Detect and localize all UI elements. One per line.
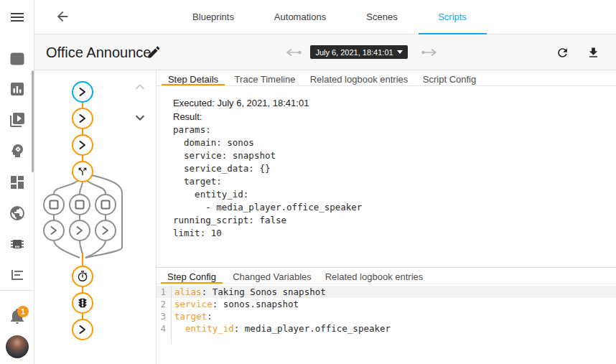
line-number: 3	[157, 310, 169, 322]
result-yaml-block: params: domain: sonos service: snapshot …	[173, 123, 362, 240]
flow-node-wait[interactable]	[73, 293, 93, 313]
edit-pencil-icon[interactable]	[146, 45, 162, 60]
yaml-value: :	[207, 311, 213, 322]
page-title: Office Announce	[46, 34, 151, 70]
tab-scripts[interactable]: Scripts	[438, 11, 467, 22]
yaml-key: target	[174, 311, 207, 322]
yaml-value: : Taking Sonos snapshot	[202, 286, 326, 297]
tab-related-logbook-entries-2[interactable]: Related logbook entries	[325, 271, 424, 282]
previous-node-chevron-up-icon[interactable]	[131, 78, 149, 95]
flow-node-branch-3-stop[interactable]	[95, 195, 116, 215]
tab-changed-variables[interactable]: Changed Variables	[233, 271, 312, 282]
gutter-divider	[171, 286, 172, 343]
back-arrow-icon[interactable]	[55, 9, 70, 24]
flow-node-step-3[interactable]	[73, 135, 93, 155]
flow-node-branch-1-step[interactable]	[44, 220, 64, 241]
yaml-line: target:	[173, 175, 362, 188]
step-config-section: Step Config Changed Variables Related lo…	[157, 267, 616, 284]
sidebar-scrollbar[interactable]	[32, 70, 34, 172]
result-label: Result:	[173, 111, 202, 122]
tab-blueprints[interactable]: Blueprints	[192, 11, 234, 22]
yaml-line: - media_player.office_speaker	[173, 201, 362, 214]
active-tab-indicator	[162, 84, 225, 85]
history-chart-icon[interactable]	[9, 80, 26, 98]
code-line-2: 2 service: sonos.snapshot	[157, 298, 616, 310]
sidebar-divider	[0, 290, 34, 291]
flow-node-delay[interactable]	[73, 266, 93, 286]
refresh-icon[interactable]	[556, 46, 569, 60]
trace-date-select[interactable]: July 6, 2021, 18:41:01	[310, 45, 408, 59]
user-avatar[interactable]	[6, 335, 29, 358]
tab-related-logbook-entries[interactable]: Related logbook entries	[310, 74, 409, 85]
terminal-icon[interactable]	[9, 50, 26, 67]
select-caret-icon	[397, 50, 403, 54]
app-window: 1 Blueprints Automations Scenes Scripts …	[0, 0, 616, 364]
flow-node-step-2[interactable]	[73, 108, 93, 129]
flow-node-trigger-selected[interactable]	[73, 82, 93, 102]
newer-trace-icon[interactable]	[420, 48, 439, 57]
line-number: 4	[157, 322, 169, 335]
active-tab-indicator	[161, 282, 223, 284]
yaml-line: service: snapshot	[173, 149, 362, 162]
script-graph-panel	[35, 70, 156, 364]
tab-automations[interactable]: Automations	[274, 11, 326, 22]
line-number: 1	[157, 286, 169, 298]
details-tab-bar: Step Details Trace Timeline Related logb…	[157, 70, 616, 86]
logbook-icon[interactable]	[9, 266, 26, 284]
dashboard-icon[interactable]	[9, 174, 26, 191]
media-icon[interactable]	[9, 111, 26, 129]
code-line-4: 4 entity_id: media_player.office_speaker	[157, 322, 616, 335]
trace-details-panel: Step Details Trace Timeline Related logb…	[156, 70, 616, 364]
yaml-key: entity_id	[174, 323, 234, 334]
top-app-bar: Blueprints Automations Scenes Scripts	[34, 0, 616, 34]
flow-node-parallel-split[interactable]	[73, 162, 93, 182]
yaml-key: service	[174, 299, 213, 309]
yaml-line: running_script: false	[173, 214, 362, 227]
next-node-chevron-down-icon[interactable]	[131, 109, 149, 126]
notification-badge: 1	[17, 306, 29, 317]
line-number: 2	[157, 298, 169, 310]
trace-header: Office Announce July 6, 2021, 18:41:01	[34, 34, 616, 70]
flow-node-branch-2-stop[interactable]	[70, 195, 90, 215]
sidebar: 1	[0, 0, 34, 364]
yaml-line: domain: sonos	[173, 136, 362, 149]
flow-node-branch-2-step[interactable]	[70, 220, 90, 241]
flow-node-branch-1-stop[interactable]	[44, 195, 64, 215]
flow-node-final-step[interactable]	[73, 319, 93, 340]
yaml-key: alias	[174, 286, 202, 297]
code-line-1: 1 alias: Taking Sonos snapshot	[157, 286, 616, 298]
config-tab-bar: Step Config Changed Variables Related lo…	[157, 268, 616, 284]
yaml-code-editor[interactable]: 1 alias: Taking Sonos snapshot 2 service…	[157, 286, 616, 335]
yaml-line: service_data: {}	[173, 162, 362, 175]
tab-step-config[interactable]: Step Config	[167, 271, 216, 282]
download-icon[interactable]	[587, 46, 600, 60]
tab-step-details[interactable]: Step Details	[168, 74, 218, 85]
older-trace-icon[interactable]	[284, 48, 303, 57]
code-line-3: 3 target:	[157, 310, 616, 322]
tab-trace-timeline[interactable]: Trace Timeline	[235, 74, 296, 85]
yaml-value: : media_player.office_speaker	[234, 323, 391, 334]
yaml-line: limit: 10	[173, 227, 362, 240]
globe-icon[interactable]	[9, 205, 26, 222]
trace-date-value: July 6, 2021, 18:41:01	[315, 48, 393, 57]
tab-scenes[interactable]: Scenes	[366, 11, 397, 22]
yaml-line: entity_id:	[173, 188, 362, 201]
executed-timestamp: Executed: July 6, 2021, 18:41:01	[173, 98, 309, 108]
flow-node-branch-3-step[interactable]	[95, 220, 116, 241]
assist-head-icon[interactable]	[9, 142, 26, 159]
yaml-value: : sonos.snapshot	[213, 299, 299, 309]
tab-script-config[interactable]: Script Config	[423, 74, 476, 85]
menu-icon[interactable]	[9, 9, 26, 26]
yaml-line: params:	[173, 123, 362, 136]
chip-icon[interactable]	[9, 235, 26, 253]
